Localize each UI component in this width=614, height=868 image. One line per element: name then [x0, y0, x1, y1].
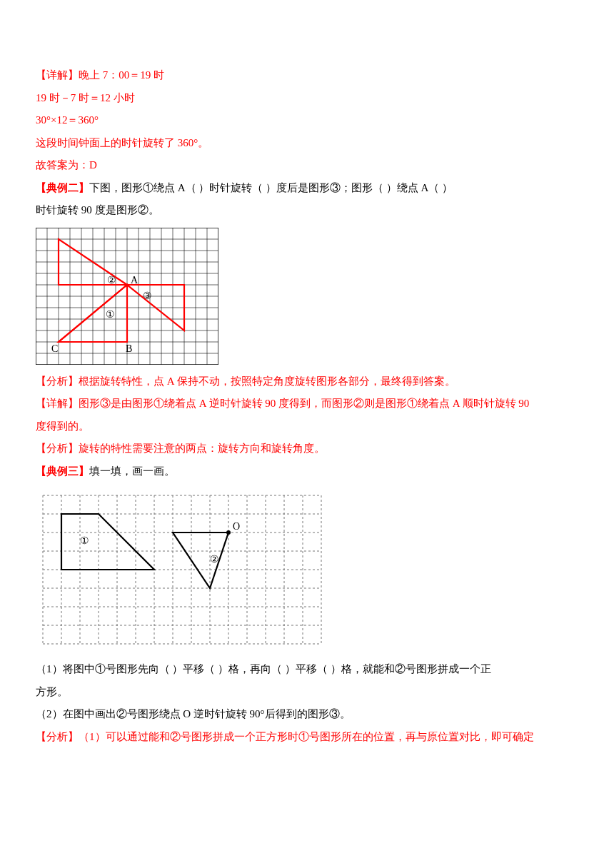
figure-2: ① ② O — [36, 488, 578, 652]
calc-line: 30°×12＝360° — [36, 109, 578, 132]
example-3-prompt: 【典例三】填一填，画一画。 — [36, 460, 578, 483]
detail-line: 【详解】晚上 7：00＝19 时 — [36, 64, 578, 87]
svg-text:①: ① — [80, 535, 89, 546]
figure-1: A ② ① ③ B C — [36, 228, 578, 365]
analysis-line: 【分析】（1）可以通过能和②号图形拼成一个正方形时①号图形所在的位置，再与原位置… — [36, 726, 578, 749]
svg-text:B: B — [126, 343, 132, 354]
question-1: （1）将图中①号图形先向（ ）平移（ ）格，再向（ ）平移（ ）格，就能和②号图… — [36, 658, 578, 681]
svg-text:②: ② — [210, 554, 219, 565]
svg-text:C: C — [51, 343, 58, 354]
svg-text:②: ② — [107, 275, 116, 286]
detail-line-cont: 度得到的。 — [36, 415, 578, 438]
svg-point-65 — [226, 530, 231, 535]
svg-text:③: ③ — [143, 291, 152, 301]
answer-line: 故答案为：D — [36, 154, 578, 177]
example-tag: 【典例三】 — [36, 465, 89, 477]
grid-figure-icon: A ② ① ③ B C — [36, 228, 218, 365]
example-text: 填一填，画一画。 — [89, 465, 175, 477]
question-1-cont: 方形。 — [36, 681, 578, 704]
page: 【详解】晚上 7：00＝19 时 19 时－7 时＝12 小时 30°×12＝3… — [0, 0, 614, 777]
analysis-line: 【分析】旋转的特性需要注意的两点：旋转方向和旋转角度。 — [36, 438, 578, 460]
example-2-prompt: 【典例二】下图，图形①绕点 A（ ）时针旋转（ ）度后是图形③；图形（ ）绕点 … — [36, 177, 578, 200]
detail-line: 【详解】图形③是由图形①绕着点 A 逆时针旋转 90 度得到，而图形②则是图形①… — [36, 393, 578, 415]
svg-text:A: A — [131, 275, 139, 286]
grid-figure-icon: ① ② O — [36, 488, 328, 652]
example-tag: 【典例二】 — [36, 182, 89, 193]
calc-line: 19 时－7 时＝12 小时 — [36, 87, 578, 110]
example-text: 下图，图形①绕点 A（ ）时针旋转（ ）度后是图形③；图形（ ）绕点 A（ ） — [89, 182, 453, 193]
svg-text:①: ① — [106, 309, 115, 320]
example-2-prompt-cont: 时针旋转 90 度是图形②。 — [36, 199, 578, 222]
result-line: 这段时间钟面上的时针旋转了 360°。 — [36, 132, 578, 155]
analysis-line: 【分析】根据旋转特性，点 A 保持不动，按照特定角度旋转图形各部分，最终得到答案… — [36, 370, 578, 393]
question-2: （2）在图中画出②号图形绕点 O 逆时针旋转 90°后得到的图形③。 — [36, 703, 578, 726]
svg-text:O: O — [233, 521, 240, 532]
